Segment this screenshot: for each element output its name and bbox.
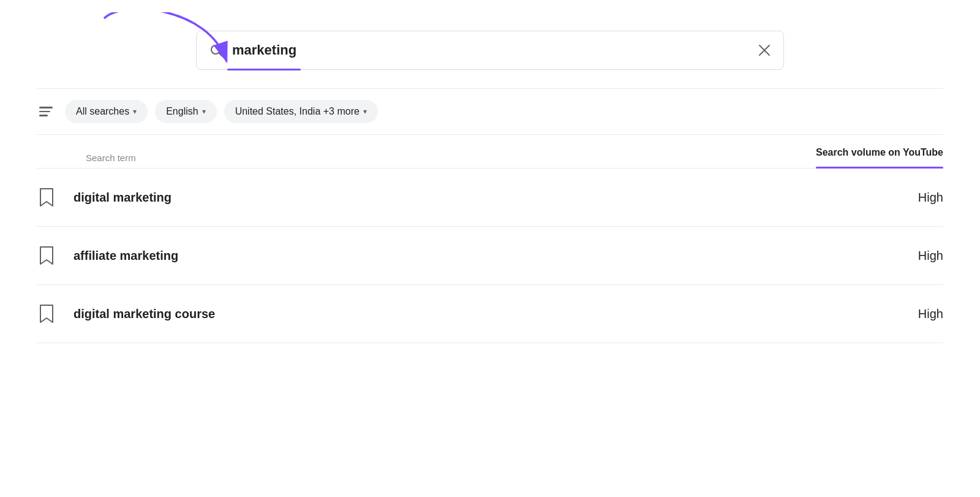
result-left-2: affiliate marketing <box>37 244 178 267</box>
table-header: Search term Search volume on YouTube <box>37 135 943 169</box>
chevron-down-icon-regions: ▾ <box>363 107 367 116</box>
search-box[interactable]: marketing <box>196 31 784 70</box>
col-volume-header: Search volume on YouTube <box>816 147 943 163</box>
col-search-term-header: Search term <box>86 153 136 163</box>
filter-chip-english[interactable]: English ▾ <box>155 100 216 123</box>
menu-line-1 <box>39 107 53 108</box>
bookmark-icon-1[interactable] <box>37 186 56 209</box>
search-query-text: marketing <box>232 42 758 58</box>
result-left-3: digital marketing course <box>37 302 215 325</box>
chevron-down-icon-english: ▾ <box>202 107 206 116</box>
filter-chip-all-searches-label: All searches <box>76 106 129 117</box>
result-term-2: affiliate marketing <box>74 249 178 263</box>
result-volume-3: High <box>918 307 943 321</box>
search-icon <box>209 43 224 58</box>
search-area: marketing <box>37 31 943 70</box>
filter-chip-all-searches[interactable]: All searches ▾ <box>65 100 148 123</box>
result-volume-2: High <box>918 249 943 263</box>
bookmark-icon-2[interactable] <box>37 244 56 267</box>
menu-line-2 <box>39 111 50 113</box>
chevron-down-icon-all-searches: ▾ <box>133 107 137 116</box>
search-underline <box>227 69 301 70</box>
close-icon[interactable] <box>758 44 771 57</box>
table-row: digital marketing High <box>37 169 943 227</box>
menu-line-3 <box>39 115 48 116</box>
result-term-3: digital marketing course <box>74 307 215 321</box>
table-row: digital marketing course High <box>37 285 943 343</box>
svg-line-2 <box>219 53 223 57</box>
filter-menu-icon[interactable] <box>37 104 55 119</box>
bookmark-icon-3[interactable] <box>37 302 56 325</box>
page-container: marketing All searches ▾ English ▾ <box>0 0 980 362</box>
filter-chip-english-label: English <box>166 106 198 117</box>
filter-chip-regions-label: United States, India +3 more <box>235 106 360 117</box>
filter-chip-regions[interactable]: United States, India +3 more ▾ <box>224 100 378 123</box>
filters-row: All searches ▾ English ▾ United States, … <box>37 88 943 135</box>
result-term-1: digital marketing <box>74 191 172 205</box>
col-volume-underline <box>816 167 943 169</box>
result-volume-1: High <box>918 191 943 205</box>
results-list: digital marketing High affiliate marketi… <box>37 169 943 343</box>
result-left-1: digital marketing <box>37 186 172 209</box>
col-volume-header-text: Search volume on YouTube <box>816 147 943 157</box>
table-row: affiliate marketing High <box>37 227 943 285</box>
